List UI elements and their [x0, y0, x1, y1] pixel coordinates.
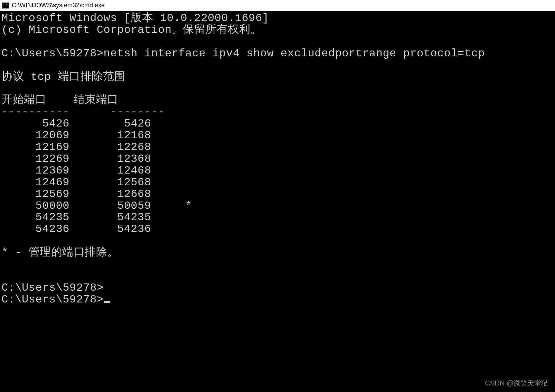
window-title: C:\WINDOWS\system32\cmd.exe — [12, 2, 105, 9]
section-header: 协议 tcp 端口排除范围 — [1, 71, 125, 83]
table-row: 12269 12368 — [1, 152, 151, 165]
table-row: 12569 12668 — [1, 188, 151, 200]
cursor — [104, 301, 110, 303]
column-header: 开始端口 结束端口 — [1, 94, 119, 106]
divider-line: ---------- -------- — [1, 105, 165, 118]
prompt-line: C:\Users\59278> — [1, 281, 104, 294]
cmd-icon — [2, 2, 9, 9]
table-row: 12169 12268 — [1, 141, 151, 153]
table-row: 12369 12468 — [1, 164, 151, 177]
version-line: Microsoft Windows [版本 10.0.22000.1696] — [1, 12, 269, 25]
prompt-line[interactable]: C:\Users\59278> — [1, 293, 104, 306]
command-line: C:\Users\59278>netsh interface ipv4 show… — [1, 47, 485, 60]
table-row: 5426 5426 — [1, 117, 151, 130]
footnote: * - 管理的端口排除。 — [1, 246, 119, 259]
terminal-output[interactable]: Microsoft Windows [版本 10.0.22000.1696] (… — [0, 11, 555, 307]
copyright-line: (c) Microsoft Corporation。保留所有权利。 — [1, 24, 262, 36]
table-row: 12069 12168 — [1, 129, 151, 142]
watermark: CSDN @微笑天堂猫 — [485, 379, 548, 388]
table-row: 54235 54235 — [1, 211, 151, 224]
title-bar[interactable]: C:\WINDOWS\system32\cmd.exe — [0, 0, 555, 11]
table-row: 12469 12568 — [1, 176, 151, 189]
table-row: 54236 54236 — [1, 223, 151, 235]
table-row: 50000 50059 * — [1, 199, 192, 212]
